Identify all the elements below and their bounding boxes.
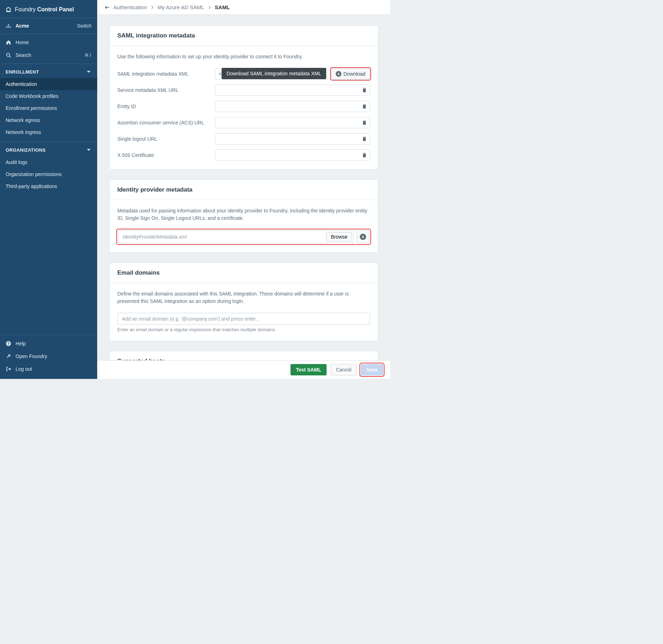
breadcrumb-bar: Authentication My Azure AD SAML SAML (97, 0, 390, 15)
org-name: Acme (16, 23, 29, 29)
brand-title: Foundry Control Panel (15, 6, 74, 13)
file-placeholder: IdentityProviderMetadata.xml (123, 234, 326, 240)
svg-rect-9 (364, 88, 365, 89)
save-button[interactable]: Save (361, 364, 383, 375)
svg-text:?: ? (7, 342, 10, 346)
sidebar-item-enrollment-permissions[interactable]: Enrollment permissions (0, 102, 97, 114)
card-title: Identity provider metadata (117, 186, 370, 193)
sidebar-item-authentication[interactable]: Authentication (0, 78, 97, 90)
svg-point-3 (10, 27, 11, 28)
helper-text: Enter an email domain or a regular expre… (117, 327, 370, 332)
card-desc: Define the email domains associated with… (117, 290, 370, 305)
help-icon: ? (6, 341, 11, 346)
search-shortcut: ⌘J (84, 53, 92, 58)
sidebar-item-network-ingress[interactable]: Network ingress (0, 126, 97, 138)
download-tooltip: Download SAML integration metadata XML (222, 68, 326, 79)
download-idp-button[interactable] (357, 230, 369, 243)
chevron-right-icon (151, 5, 154, 10)
clipboard-icon[interactable] (362, 152, 367, 158)
card-saml-metadata: SAML integration metadata Use the follow… (109, 25, 378, 170)
field-entity-id[interactable] (215, 101, 370, 112)
svg-point-5 (7, 53, 10, 57)
crumb-authentication[interactable]: Authentication (113, 4, 147, 10)
svg-rect-17 (364, 153, 365, 154)
card-email-domains: Email domains Define the email domains a… (109, 263, 378, 341)
footer-bar: Test SAML Cancel Save (97, 360, 390, 379)
caret-down-icon (86, 147, 92, 153)
field-slo-url[interactable] (215, 133, 370, 145)
clipboard-icon[interactable] (362, 120, 367, 125)
card-idp-metadata: Identity provider metadata Metadata used… (109, 180, 378, 253)
svg-point-2 (8, 27, 9, 28)
switch-link[interactable]: Switch (77, 23, 92, 29)
email-domain-input[interactable] (117, 313, 370, 325)
card-title: SAML integration metadata (117, 32, 370, 39)
label-acs-url: Assertion consumer service (ACS) URL (117, 120, 209, 125)
clipboard-icon[interactable] (362, 87, 367, 93)
org-switcher[interactable]: Acme Switch (0, 18, 97, 34)
org-icon (6, 23, 11, 29)
svg-rect-13 (364, 121, 365, 122)
caret-down-icon (86, 69, 92, 75)
svg-point-0 (7, 8, 11, 12)
open-external-icon (6, 353, 11, 359)
sidebar: Foundry Control Panel Acme Switch Home (0, 0, 97, 379)
svg-rect-11 (364, 104, 365, 105)
svg-point-4 (8, 24, 9, 25)
chevron-right-icon (208, 5, 211, 10)
nav-help[interactable]: ? Help (0, 337, 97, 350)
download-button[interactable]: Download (331, 68, 370, 80)
sidebar-item-third-party[interactable]: Third-party applications (0, 180, 97, 192)
section-enrollment[interactable]: ENROLLMENT (0, 64, 97, 78)
label-service-url: Service metadata XML URL (117, 87, 209, 93)
logout-icon (6, 366, 11, 372)
download-icon (336, 71, 341, 77)
svg-point-1 (6, 27, 7, 28)
clipboard-icon[interactable] (362, 136, 367, 142)
nav-logout[interactable]: Log out (0, 363, 97, 375)
card-desc: Metadata used for passing information ab… (117, 207, 370, 222)
nav-home[interactable]: Home (0, 36, 97, 49)
download-icon (360, 234, 366, 240)
label-entity-id: Entity ID (117, 104, 209, 109)
brand: Foundry Control Panel (0, 0, 97, 18)
field-service-url[interactable] (215, 84, 370, 96)
field-cert[interactable] (215, 150, 370, 161)
sidebar-item-network-egress[interactable]: Network egress (0, 114, 97, 126)
crumb-current: SAML (215, 4, 230, 10)
browse-button[interactable]: Browse (326, 232, 352, 241)
clipboard-icon[interactable] (362, 104, 367, 109)
test-saml-button[interactable]: Test SAML (291, 364, 326, 375)
sidebar-item-org-permissions[interactable]: Organization permissions (0, 168, 97, 180)
home-icon (6, 40, 11, 45)
card-title: Email domains (117, 269, 370, 276)
label-xml: SAML integration metadata XML (117, 71, 209, 77)
cancel-button[interactable]: Cancel (331, 364, 357, 375)
foundry-logo-icon (6, 7, 11, 12)
section-organizations[interactable]: ORGANIZATIONS (0, 142, 97, 156)
card-desc: Use the following information to set up … (117, 53, 370, 60)
crumb-azure[interactable]: My Azure AD SAML (158, 4, 204, 10)
file-input[interactable]: IdentityProviderMetadata.xml Browse (118, 230, 354, 243)
nav-open-foundry[interactable]: Open Foundry (0, 350, 97, 363)
svg-rect-15 (364, 137, 365, 138)
back-arrow-icon[interactable] (104, 5, 110, 10)
field-acs-url[interactable] (215, 117, 370, 128)
sidebar-item-code-workbook[interactable]: Code Workbook profiles (0, 90, 97, 102)
sidebar-item-audit-logs[interactable]: Audit logs (0, 156, 97, 168)
label-slo-url: Single logout URL (117, 136, 209, 142)
label-cert: X.509 Certificate (117, 152, 209, 158)
search-icon (6, 52, 11, 58)
nav-search[interactable]: Search ⌘J (0, 49, 97, 62)
